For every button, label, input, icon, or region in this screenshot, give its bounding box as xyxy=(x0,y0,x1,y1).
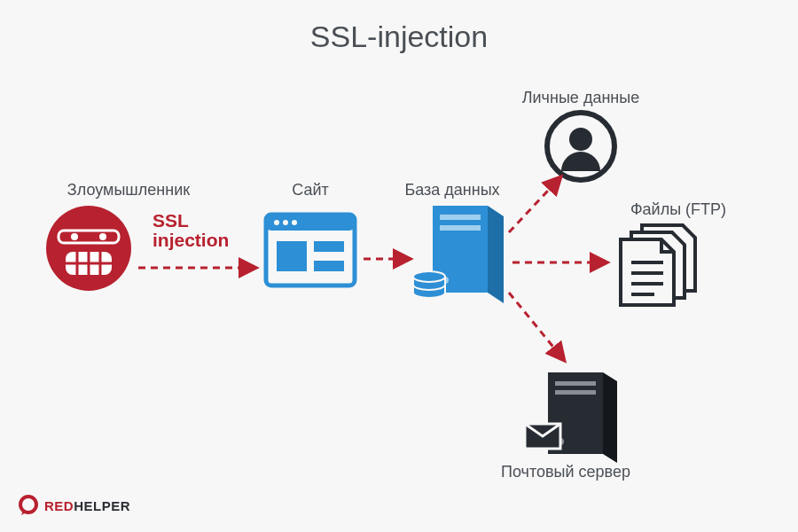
svg-line-43 xyxy=(509,293,564,360)
svg-rect-35 xyxy=(555,390,596,395)
brand-dark: HELPER xyxy=(74,498,130,513)
svg-point-12 xyxy=(283,220,288,225)
svg-point-2 xyxy=(71,233,78,240)
files-icon xyxy=(621,225,695,305)
svg-marker-33 xyxy=(603,372,617,463)
personal-data-icon xyxy=(547,113,614,180)
svg-rect-15 xyxy=(314,241,344,252)
svg-rect-14 xyxy=(277,241,307,271)
brand-logo: REDHELPER xyxy=(18,495,130,516)
svg-rect-19 xyxy=(440,215,481,220)
svg-rect-1 xyxy=(59,231,119,243)
svg-rect-16 xyxy=(314,261,344,271)
attacker-icon xyxy=(46,206,131,291)
edge-database-to-personal xyxy=(509,177,560,232)
edge-database-to-mail xyxy=(509,293,564,360)
svg-point-11 xyxy=(274,220,279,225)
site-icon xyxy=(266,215,355,286)
svg-line-41 xyxy=(509,177,560,232)
svg-point-0 xyxy=(46,206,131,291)
speech-bubble-icon xyxy=(18,495,39,516)
svg-point-27 xyxy=(569,128,592,151)
brand-text: REDHELPER xyxy=(44,498,130,513)
svg-marker-18 xyxy=(488,206,504,303)
svg-rect-20 xyxy=(440,225,481,231)
svg-point-3 xyxy=(99,233,106,240)
svg-point-44 xyxy=(20,497,36,512)
svg-point-13 xyxy=(292,220,297,225)
svg-rect-34 xyxy=(555,381,596,386)
diagram-canvas xyxy=(0,0,798,532)
database-icon xyxy=(413,206,504,303)
brand-red: RED xyxy=(44,498,74,513)
mail-server-icon xyxy=(525,372,617,463)
